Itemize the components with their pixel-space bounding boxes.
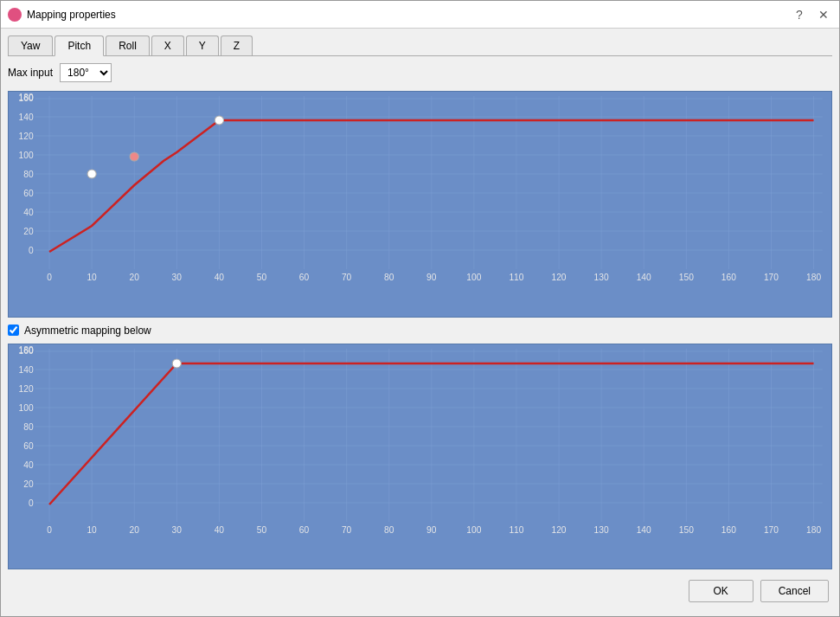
svg-text:140: 140 (19, 365, 34, 375)
bottom-chart[interactable]: 0 20 40 60 80 100 120 140 160 180 0 10 2… (8, 344, 832, 570)
svg-text:40: 40 (215, 525, 225, 535)
tab-y[interactable]: Y (186, 35, 219, 55)
svg-text:140: 140 (19, 112, 34, 122)
svg-text:180: 180 (19, 93, 34, 102)
svg-text:100: 100 (19, 403, 34, 413)
svg-text:10: 10 (87, 525, 97, 535)
svg-text:130: 130 (594, 273, 609, 282)
svg-text:0: 0 (47, 525, 52, 535)
svg-text:20: 20 (130, 525, 140, 535)
svg-text:20: 20 (130, 273, 140, 282)
max-input-row: Max input 90° 180° 360° (8, 63, 832, 82)
title-bar-left: Mapping properties (8, 8, 116, 22)
svg-text:80: 80 (23, 422, 34, 432)
svg-text:120: 120 (552, 273, 567, 282)
control-point-3[interactable] (215, 116, 223, 125)
bottom-chart-svg: 0 20 40 60 80 100 120 140 160 180 0 10 2… (9, 344, 831, 535)
svg-text:0: 0 (29, 246, 34, 255)
top-chart[interactable]: 0 20 40 60 80 100 120 140 160 180 0 10 2… (8, 91, 832, 318)
svg-text:140: 140 (637, 273, 651, 282)
svg-text:0: 0 (29, 498, 34, 508)
window-title: Mapping properties (27, 9, 116, 21)
tab-roll[interactable]: Roll (106, 35, 150, 55)
svg-text:50: 50 (257, 525, 267, 535)
svg-text:30: 30 (172, 525, 183, 535)
svg-text:20: 20 (23, 479, 34, 489)
svg-text:110: 110 (509, 525, 523, 535)
svg-text:180: 180 (806, 525, 821, 535)
svg-text:80: 80 (23, 170, 34, 179)
svg-text:170: 170 (764, 525, 779, 535)
close-button[interactable]: ✕ (815, 6, 832, 23)
svg-text:140: 140 (637, 525, 651, 535)
svg-text:110: 110 (509, 273, 523, 282)
svg-text:90: 90 (426, 273, 437, 282)
svg-text:160: 160 (721, 525, 736, 535)
svg-text:90: 90 (426, 525, 437, 535)
svg-text:40: 40 (23, 460, 34, 470)
help-button[interactable]: ? (791, 6, 808, 23)
svg-text:130: 130 (594, 525, 609, 535)
asymmetric-checkbox[interactable] (8, 325, 19, 336)
svg-rect-58 (9, 344, 831, 535)
svg-text:50: 50 (257, 273, 267, 282)
svg-text:60: 60 (299, 273, 310, 282)
tab-bar: Yaw Pitch Roll X Y Z (8, 35, 832, 56)
svg-text:80: 80 (384, 525, 394, 535)
svg-text:150: 150 (679, 525, 694, 535)
svg-text:80: 80 (384, 273, 394, 282)
max-input-label: Max input (8, 67, 53, 79)
tab-yaw[interactable]: Yaw (8, 35, 53, 55)
svg-text:120: 120 (552, 525, 567, 535)
svg-text:70: 70 (342, 525, 352, 535)
svg-text:160: 160 (721, 273, 736, 282)
control-point-1[interactable] (87, 170, 96, 178)
svg-text:120: 120 (19, 132, 34, 141)
top-chart-svg: 0 20 40 60 80 100 120 140 160 180 0 10 2… (9, 92, 831, 282)
svg-text:100: 100 (466, 525, 481, 535)
svg-text:100: 100 (19, 151, 34, 160)
content-area: Yaw Pitch Roll X Y Z Max input 90° 180° … (1, 29, 839, 616)
svg-text:100: 100 (466, 273, 481, 282)
max-input-select[interactable]: 90° 180° 360° (60, 63, 112, 82)
svg-text:0: 0 (47, 273, 52, 282)
svg-text:10: 10 (87, 273, 97, 282)
svg-text:60: 60 (23, 189, 34, 198)
svg-text:150: 150 (679, 273, 694, 282)
svg-text:20: 20 (23, 227, 34, 236)
tab-pitch[interactable]: Pitch (55, 35, 104, 56)
asymmetric-row: Asymmetric mapping below (8, 325, 832, 337)
svg-text:170: 170 (764, 273, 779, 282)
svg-text:60: 60 (299, 525, 310, 535)
svg-text:30: 30 (172, 273, 183, 282)
tab-z[interactable]: Z (221, 35, 253, 55)
control-point-2[interactable] (130, 152, 138, 161)
title-bar-controls: ? ✕ (791, 6, 832, 23)
cancel-button[interactable]: Cancel (760, 580, 829, 602)
bottom-control-point-1[interactable] (172, 359, 181, 368)
svg-text:70: 70 (342, 273, 352, 282)
ok-button[interactable]: OK (689, 580, 753, 602)
mapping-properties-window: Mapping properties ? ✕ Yaw Pitch Roll X … (0, 0, 840, 617)
svg-text:180: 180 (19, 345, 34, 355)
asymmetric-label: Asymmetric mapping below (24, 325, 151, 337)
footer: OK Cancel (8, 573, 832, 609)
svg-text:180: 180 (806, 273, 821, 282)
app-icon (8, 8, 22, 22)
svg-text:40: 40 (215, 273, 225, 282)
svg-text:40: 40 (23, 208, 34, 217)
svg-text:60: 60 (23, 441, 34, 451)
tab-x[interactable]: X (151, 35, 184, 55)
svg-text:120: 120 (19, 384, 34, 394)
title-bar: Mapping properties ? ✕ (1, 1, 839, 29)
